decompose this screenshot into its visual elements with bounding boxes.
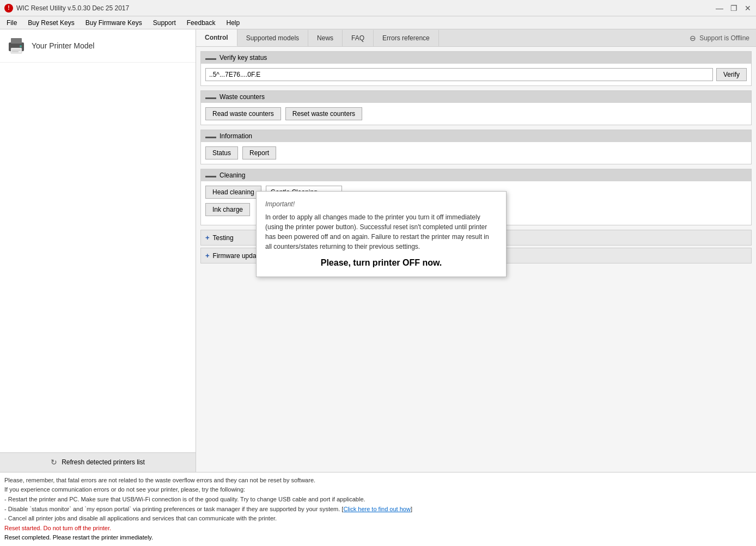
tab-bar: Control Supported models News FAQ Errors… (196, 29, 756, 47)
information-header: ▬▬ Information (201, 130, 751, 142)
support-status-label: Support is Offline (699, 34, 749, 42)
waste-counters-body: Read waste counters Reset waste counters (201, 103, 751, 125)
printer-list-area (0, 63, 196, 452)
tab-news[interactable]: News (308, 30, 343, 46)
right-panel: Control Supported models News FAQ Errors… (196, 29, 756, 472)
verify-key-header: ▬▬ Verify key status (201, 52, 751, 64)
tab-supported-models[interactable]: Supported models (237, 30, 308, 46)
menu-buy-firmware-keys[interactable]: Buy Firmware Keys (81, 18, 147, 28)
cleaning-header-icon: ▬▬ (205, 173, 216, 179)
svg-rect-1 (11, 38, 22, 44)
popup-dialog: Important! In order to apply all changes… (256, 191, 507, 277)
status-button[interactable]: Status (205, 146, 238, 159)
printer-icon (7, 36, 26, 56)
status-bar: Please, remember, that fatal errors are … (0, 472, 756, 546)
popup-title: Important! (265, 200, 497, 208)
tab-errors-reference[interactable]: Errors reference (374, 30, 439, 46)
read-waste-counters-button[interactable]: Read waste counters (205, 107, 281, 120)
report-button[interactable]: Report (242, 146, 276, 159)
close-button[interactable]: ✕ (744, 4, 752, 12)
status-line-3: - Restart the printer and PC. Make sure … (4, 495, 752, 505)
tab-faq[interactable]: FAQ (343, 30, 374, 46)
refresh-icon: ↻ (51, 458, 57, 467)
printer-header: Your Printer Model (0, 29, 196, 63)
status-line-2: If you experience communication errors o… (4, 485, 752, 495)
left-panel: Your Printer Model ↻ Refresh detected pr… (0, 29, 196, 472)
status-line-5: - Cancel all printer jobs and disable al… (4, 514, 752, 524)
status-line-4: - Disable `status monitor` and `my epson… (4, 505, 752, 514)
main-layout: Your Printer Model ↻ Refresh detected pr… (0, 29, 756, 472)
waste-counters-buttons: Read waste counters Reset waste counters (205, 107, 747, 120)
information-title: Information (220, 132, 252, 140)
waste-counters-section: ▬▬ Waste counters Read waste counters Re… (200, 90, 752, 125)
popup-body: In order to apply all changes made to th… (265, 212, 497, 251)
firmware-update-label: Firmware update (213, 252, 262, 260)
restore-button[interactable]: ❐ (730, 4, 737, 12)
window-controls: — ❐ ✕ (716, 4, 752, 12)
status-line-1: Please, remember, that fatal errors are … (4, 476, 752, 486)
reset-waste-counters-button[interactable]: Reset waste counters (285, 107, 362, 120)
information-section: ▬▬ Information Status Report (200, 130, 752, 164)
information-buttons: Status Report (205, 146, 747, 159)
tab-control[interactable]: Control (196, 29, 237, 46)
svg-point-3 (20, 45, 22, 47)
ink-charge-button[interactable]: Ink charge (205, 203, 250, 216)
waste-counters-header: ▬▬ Waste counters (201, 91, 751, 103)
testing-expand-icon: + (205, 234, 210, 242)
verify-key-header-icon: ▬▬ (205, 55, 216, 61)
testing-label: Testing (213, 234, 234, 242)
verify-key-body: Verify (201, 64, 751, 85)
svg-rect-5 (12, 51, 19, 52)
menu-bar: File Buy Reset Keys Buy Firmware Keys Su… (0, 16, 756, 29)
waste-counters-title: Waste counters (220, 93, 265, 101)
svg-rect-4 (12, 50, 21, 51)
firmware-expand-icon: + (205, 251, 210, 260)
verify-key-section: ▬▬ Verify key status Verify (200, 51, 752, 86)
menu-help[interactable]: Help (222, 18, 244, 28)
information-header-icon: ▬▬ (205, 133, 216, 139)
verify-row: Verify (205, 68, 747, 81)
status-reset-started: Reset started. Do not turn off the print… (4, 524, 752, 533)
menu-feedback[interactable]: Feedback (182, 18, 220, 28)
menu-buy-reset-keys[interactable]: Buy Reset Keys (23, 18, 78, 28)
refresh-bar[interactable]: ↻ Refresh detected printers list (0, 452, 196, 472)
title-bar: ! WIC Reset Utility v.5.0.30 Dec 25 2017… (0, 0, 756, 16)
waste-counters-header-icon: ▬▬ (205, 94, 216, 100)
popup-warning: Please, turn printer OFF now. (265, 258, 497, 268)
support-status-icon: ⊖ (690, 34, 696, 42)
verify-button[interactable]: Verify (716, 68, 747, 81)
menu-file[interactable]: File (2, 18, 21, 28)
minimize-button[interactable]: — (716, 4, 723, 12)
find-out-how-link[interactable]: Click here to find out how (343, 506, 411, 512)
cleaning-title: Cleaning (220, 171, 245, 179)
app-icon: ! (4, 4, 13, 13)
information-body: Status Report (201, 142, 751, 164)
support-status: ⊖ Support is Offline (683, 34, 756, 42)
app-title: WIC Reset Utility v.5.0.30 Dec 25 2017 (16, 4, 129, 12)
menu-support[interactable]: Support (149, 18, 180, 28)
control-content: ▬▬ Verify key status Verify ▬▬ Waste cou… (196, 47, 756, 472)
status-reset-completed: Reset completed. Please restart the prin… (4, 533, 752, 543)
printer-name: Your Printer Model (32, 41, 94, 50)
key-input[interactable] (205, 68, 713, 81)
refresh-label: Refresh detected printers list (62, 458, 145, 466)
head-cleaning-button[interactable]: Head cleaning (205, 186, 261, 199)
verify-key-title: Verify key status (220, 54, 267, 62)
cleaning-header: ▬▬ Cleaning (201, 169, 751, 181)
